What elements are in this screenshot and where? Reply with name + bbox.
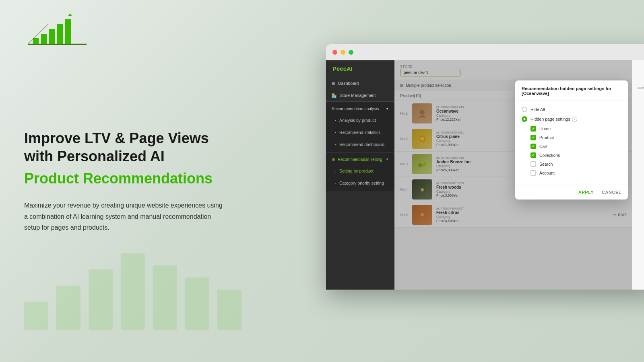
modal-body: Hide All Hidden page settings i [515, 101, 628, 185]
manage-label: Manag... [632, 84, 644, 92]
cancel-button[interactable]: CANCEL [602, 190, 621, 195]
checkbox-collections-label: Collections [539, 153, 560, 158]
svg-marker-6 [68, 13, 72, 16]
sidebar-item-dashboard[interactable]: · Recommend dashboard [326, 138, 394, 150]
radio-circle-hide-all [522, 107, 527, 112]
checkbox-search-label: Search [539, 162, 553, 167]
headline: Improve LTV & Page Views with Personaliz… [24, 129, 250, 165]
svg-rect-13 [153, 265, 177, 330]
sidebar-item-setting-product[interactable]: · Setting by product [326, 165, 394, 177]
dot-icon: · [335, 142, 336, 147]
checkbox-collections[interactable]: Collections [530, 152, 621, 158]
radio-label-hidden-settings: Hidden page settings i [530, 117, 577, 122]
svg-rect-4 [57, 24, 63, 44]
browser-dot-red[interactable] [332, 50, 337, 55]
checkbox-account[interactable]: Account [530, 170, 621, 176]
radio-circle-hidden-settings [522, 116, 527, 122]
svg-rect-9 [24, 302, 48, 330]
browser-content: PeecAI ⊞ Dashboard 🏪 Store Management Re… [326, 60, 644, 290]
manage-column: Manag... [632, 60, 644, 290]
sidebar-item-statistics[interactable]: · Recommend statistics [326, 126, 394, 138]
checkbox-search-box [530, 161, 536, 167]
radio-label-hide-all: Hide All [530, 107, 545, 112]
sidebar-setting-section: ⚙ Recommendation setting ▼ · Setting by … [326, 152, 394, 191]
checkbox-cart[interactable]: Cart [530, 144, 621, 149]
browser-dot-green[interactable] [349, 50, 353, 55]
grid-icon: ⊞ [332, 81, 335, 86]
svg-rect-10 [56, 286, 80, 330]
info-icon[interactable]: i [572, 117, 577, 122]
modal-overlay: Recommendation hidden page settings for … [394, 60, 632, 290]
dot-icon: · [335, 169, 336, 173]
chevron-down-icon: ▼ [386, 158, 389, 161]
bg-chart-decoration [16, 241, 258, 330]
headline-green: Product Recommendations [24, 169, 250, 189]
checkbox-home-label: Home [539, 126, 551, 131]
gear-icon: ⚙ [332, 157, 335, 162]
checkbox-product[interactable]: Product [530, 135, 621, 140]
dot-icon: · [335, 181, 336, 185]
checkbox-account-box [530, 170, 536, 176]
checkbox-cart-box [530, 144, 536, 149]
svg-rect-3 [49, 29, 55, 44]
svg-rect-1 [33, 38, 39, 44]
radio-option-hidden-settings[interactable]: Hidden page settings i [522, 116, 621, 122]
sidebar-brand: PeecAI [326, 60, 394, 77]
hero-section: Improve LTV & Page Views with Personaliz… [24, 129, 250, 233]
svg-rect-14 [185, 278, 209, 330]
browser-window: PeecAI ⊞ Dashboard 🏪 Store Management Re… [326, 44, 644, 290]
dot-icon: · [335, 118, 336, 123]
sidebar-analysis-group[interactable]: Recommendation analysis ▼ [326, 103, 394, 114]
svg-rect-5 [65, 19, 71, 44]
checkbox-cart-label: Cart [539, 144, 547, 149]
checkbox-account-label: Account [539, 171, 555, 175]
main-content: STORE ⊞ Multiple product selection Produ… [394, 60, 632, 290]
checkbox-home-box [530, 126, 536, 132]
checkbox-collections-box [530, 152, 536, 158]
description: Maximize your revenue by creating unique… [24, 200, 225, 233]
store-icon: 🏪 [332, 93, 336, 98]
svg-rect-11 [89, 269, 113, 330]
checkbox-product-box [530, 135, 536, 140]
dot-icon: · [335, 130, 336, 135]
browser-dot-yellow[interactable] [341, 50, 345, 55]
modal-dialog: Recommendation hidden page settings for … [515, 80, 628, 200]
checkbox-group: Home Product Cart [530, 126, 621, 176]
modal-title: Recommendation hidden page settings for … [515, 80, 628, 101]
svg-rect-2 [41, 34, 47, 44]
logo: PeecAI [24, 12, 89, 48]
sidebar-item-store[interactable]: 🏪 Store Management [326, 89, 394, 101]
app-sidebar: PeecAI ⊞ Dashboard 🏪 Store Management Re… [326, 60, 394, 290]
sidebar-item-dashboard[interactable]: ⊞ Dashboard [326, 77, 394, 89]
svg-rect-12 [121, 253, 145, 330]
svg-rect-15 [217, 290, 242, 330]
sidebar-setting-group[interactable]: ⚙ Recommendation setting ▼ [326, 154, 394, 165]
checkbox-product-label: Product [539, 135, 554, 140]
radio-option-hide-all[interactable]: Hide All [522, 107, 621, 112]
chevron-down-icon: ▼ [386, 107, 389, 111]
apply-button[interactable]: APPLY [578, 190, 594, 195]
sidebar-item-category-priority[interactable]: · Category priority setting [326, 177, 394, 189]
sidebar-item-analysis-product[interactable]: · Analysis by product [326, 114, 394, 126]
checkbox-search[interactable]: Search [530, 161, 621, 167]
checkbox-home[interactable]: Home [530, 126, 621, 132]
modal-footer: APPLY CANCEL [515, 185, 628, 200]
browser-chrome [326, 44, 644, 60]
sidebar-analysis-section: Recommendation analysis ▼ · Analysis by … [326, 101, 394, 152]
